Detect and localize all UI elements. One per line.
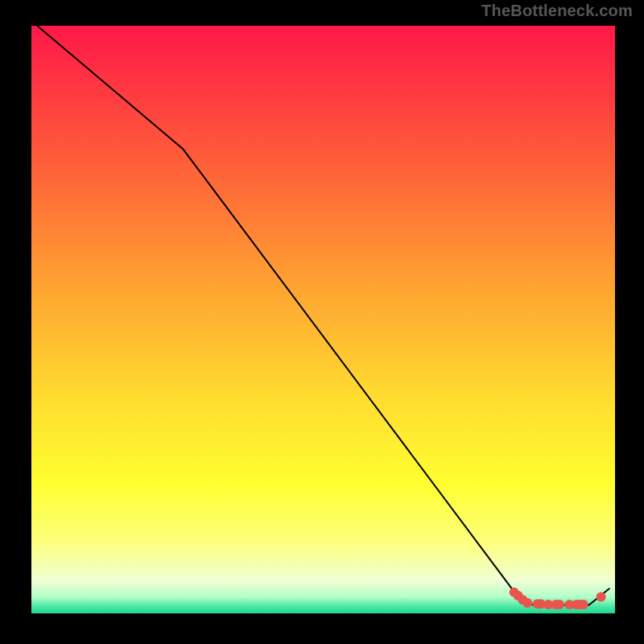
data-point-marker (579, 600, 588, 609)
data-point-marker (597, 592, 606, 602)
bottleneck-curve-chart (0, 0, 644, 644)
data-point-marker (522, 598, 532, 608)
plot-gradient-background (31, 26, 615, 613)
attribution-label: TheBottleneck.com (481, 2, 633, 20)
data-point-marker (555, 600, 564, 609)
